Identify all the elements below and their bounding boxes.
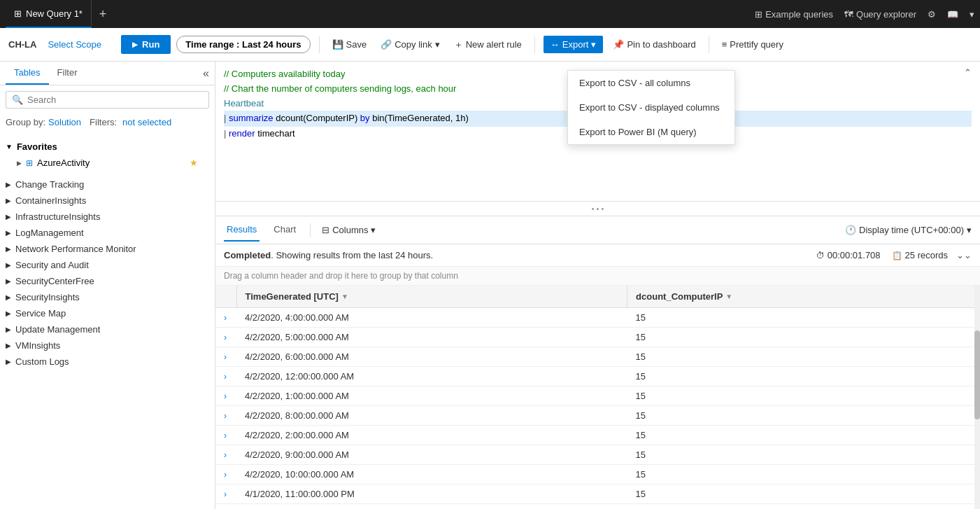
table-row: › 4/2/2020, 10:00:00.000 AM 15 bbox=[215, 465, 980, 484]
row-expand-icon[interactable]: › bbox=[224, 470, 227, 480]
sidebar-group-service-map[interactable]: ▶Service Map bbox=[0, 305, 215, 321]
sidebar-group-security-center-free[interactable]: ▶SecurityCenterFree bbox=[0, 273, 215, 289]
count-filter-icon[interactable]: ▼ bbox=[725, 293, 732, 300]
table-row: › 4/2/2020, 9:00:00.000 AM 15 bbox=[215, 445, 980, 465]
chevron-right-icon: ▶ bbox=[6, 358, 11, 365]
row-expand-icon[interactable]: › bbox=[224, 450, 227, 460]
row-expand-cell[interactable]: › bbox=[215, 484, 236, 504]
scrollbar-thumb bbox=[974, 330, 980, 420]
pin-dashboard-button[interactable]: 📌 Pin to dashboard bbox=[609, 36, 700, 53]
results-tab-chart[interactable]: Chart bbox=[271, 218, 299, 242]
not-selected-link[interactable]: not selected bbox=[122, 117, 171, 127]
row-expand-cell[interactable]: › bbox=[215, 465, 236, 484]
export-csv-displayed[interactable]: Export to CSV - displayed columns bbox=[568, 95, 734, 120]
example-queries-btn[interactable]: ⊞ Example queries bbox=[755, 9, 833, 20]
book-icon: 📖 bbox=[947, 9, 958, 20]
expand-results-icon[interactable]: ⌄⌄ bbox=[956, 250, 972, 260]
sidebar-group-infrastructure-insights[interactable]: ▶InfrastructureInsights bbox=[0, 209, 215, 225]
sidebar-group-custom-logs[interactable]: ▶Custom Logs bbox=[0, 354, 215, 370]
sidebar-tabs: Tables Filter « bbox=[0, 62, 215, 85]
export-dropdown: Export to CSV - all columns Export to CS… bbox=[567, 70, 735, 145]
sidebar-group-security-and-audit[interactable]: ▶Security and Audit bbox=[0, 257, 215, 273]
row-count-cell: 15 bbox=[627, 426, 980, 445]
results-tab-results[interactable]: Results bbox=[224, 218, 260, 242]
new-alert-button[interactable]: ＋ New alert rule bbox=[450, 36, 526, 54]
sidebar-group-container-insights[interactable]: ▶ContainerInsights bbox=[0, 193, 215, 209]
sidebar-group-security-insights[interactable]: ▶SecurityInsights bbox=[0, 289, 215, 305]
row-expand-icon[interactable]: › bbox=[224, 489, 227, 499]
time-info: ⏱ 00:00:01.708 bbox=[816, 250, 881, 260]
row-time-cell: 4/2/2020, 9:00:00.000 AM bbox=[236, 445, 627, 465]
select-scope-button[interactable]: Select Scope bbox=[48, 39, 101, 50]
export-icon: ↔ bbox=[551, 39, 560, 50]
save-button[interactable]: 💾 Save bbox=[328, 36, 371, 53]
tab-new-query[interactable]: ⊞ New Query 1* bbox=[6, 0, 92, 28]
columns-button[interactable]: ⊟ Columns ▾ bbox=[322, 225, 376, 235]
export-chevron: ▾ bbox=[591, 39, 596, 50]
export-button[interactable]: ↔ Export ▾ bbox=[544, 36, 604, 53]
row-expand-cell[interactable]: › bbox=[215, 406, 236, 426]
table-row: › 4/2/2020, 2:00:00.000 AM 15 bbox=[215, 426, 980, 445]
row-expand-cell[interactable]: › bbox=[215, 347, 236, 367]
run-button[interactable]: ▶ Run bbox=[121, 35, 171, 54]
book-btn[interactable]: 📖 bbox=[947, 9, 958, 20]
sidebar-group-change-tracking[interactable]: ▶Change Tracking bbox=[0, 176, 215, 193]
collapse-editor-btn[interactable]: ⌃ bbox=[964, 67, 972, 78]
row-expand-cell[interactable]: › bbox=[215, 367, 236, 386]
star-icon: ★ bbox=[190, 158, 198, 168]
alert-icon: ＋ bbox=[454, 39, 463, 51]
row-count-cell: 15 bbox=[627, 347, 980, 367]
table-row: › 4/2/2020, 8:00:00.000 AM 15 bbox=[215, 406, 980, 426]
sidebar-collapse-btn[interactable]: « bbox=[203, 62, 209, 85]
row-expand-icon[interactable]: › bbox=[224, 431, 227, 440]
copy-link-button[interactable]: 🔗 Copy link ▾ bbox=[376, 36, 443, 53]
chevron-right-icon: ▶ bbox=[6, 213, 11, 221]
group-by-label: Group by: bbox=[6, 117, 45, 127]
results-table: TimeGenerated [UTC] ▼ dcount_ComputerIP … bbox=[215, 286, 980, 504]
sidebar-group-log-management[interactable]: ▶LogManagement bbox=[0, 225, 215, 241]
favorites-item-azure-activity[interactable]: ▶ ⊞ AzureActivity ★ bbox=[0, 155, 215, 171]
row-expand-cell[interactable]: › bbox=[215, 308, 236, 328]
settings-btn[interactable]: ⚙ bbox=[928, 9, 936, 20]
favorites-header[interactable]: ▼ Favorites bbox=[0, 139, 215, 155]
time-range-button[interactable]: Time range : Last 24 hours bbox=[176, 36, 310, 53]
row-expand-icon[interactable]: › bbox=[224, 372, 227, 382]
display-time-button[interactable]: 🕐 Display time (UTC+00:00) ▾ bbox=[845, 225, 972, 235]
row-expand-cell[interactable]: › bbox=[215, 445, 236, 465]
tab-add-button[interactable]: + bbox=[92, 3, 114, 25]
prettify-button[interactable]: ≡ Prettify query bbox=[718, 36, 788, 53]
row-time-cell: 4/2/2020, 10:00:00.000 AM bbox=[236, 465, 627, 484]
query-more[interactable]: • • • bbox=[215, 202, 980, 216]
completed-label: Completed bbox=[224, 250, 271, 260]
chevron-btn[interactable]: ▾ bbox=[970, 9, 974, 20]
table-row: › 4/2/2020, 4:00:00.000 AM 15 bbox=[215, 308, 980, 328]
query-explorer-btn[interactable]: 🗺 Query explorer bbox=[844, 9, 916, 20]
export-power-bi[interactable]: Export to Power BI (M query) bbox=[568, 120, 734, 144]
chevron-right-icon: ▶ bbox=[6, 181, 11, 188]
row-expand-icon[interactable]: › bbox=[224, 411, 227, 421]
row-expand-icon[interactable]: › bbox=[224, 352, 227, 362]
row-expand-icon[interactable]: › bbox=[224, 313, 227, 323]
search-input[interactable] bbox=[27, 95, 203, 105]
export-csv-all[interactable]: Export to CSV - all columns bbox=[568, 71, 734, 95]
row-expand-cell[interactable]: › bbox=[215, 328, 236, 347]
right-scrollbar[interactable] bbox=[974, 286, 980, 509]
row-time-cell: 4/2/2020, 4:00:00.000 AM bbox=[236, 308, 627, 328]
tab-tables[interactable]: Tables bbox=[6, 62, 49, 85]
results-table-wrapper[interactable]: TimeGenerated [UTC] ▼ dcount_ComputerIP … bbox=[215, 286, 980, 509]
row-expand-icon[interactable]: › bbox=[224, 391, 227, 401]
row-time-cell: 4/2/2020, 2:00:00.000 AM bbox=[236, 426, 627, 445]
save-icon: 💾 bbox=[332, 39, 343, 50]
sidebar-group-network-performance-monitor[interactable]: ▶Network Performance Monitor bbox=[0, 241, 215, 257]
sidebar-group-vm-insights[interactable]: ▶VMInsights bbox=[0, 337, 215, 354]
tab-filter[interactable]: Filter bbox=[49, 62, 86, 85]
chevron-right-icon: ▶ bbox=[6, 277, 11, 285]
row-expand-cell[interactable]: › bbox=[215, 386, 236, 406]
clock-icon: 🕐 bbox=[845, 225, 856, 235]
row-expand-icon[interactable]: › bbox=[224, 333, 227, 342]
solution-link[interactable]: Solution bbox=[48, 117, 81, 127]
time-filter-icon[interactable]: ▼ bbox=[341, 293, 348, 300]
sidebar-group-update-management[interactable]: ▶Update Management bbox=[0, 321, 215, 337]
row-expand-cell[interactable]: › bbox=[215, 426, 236, 445]
row-count-cell: 15 bbox=[627, 445, 980, 465]
